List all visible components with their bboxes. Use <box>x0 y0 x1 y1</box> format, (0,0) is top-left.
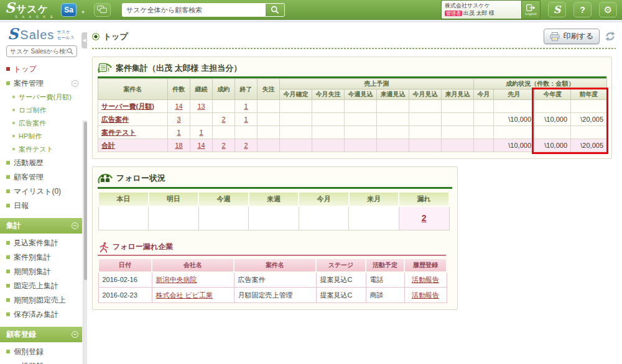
saaske-home-button[interactable]: S <box>548 2 566 17</box>
count-link[interactable]: 1 <box>244 102 248 110</box>
anken-link[interactable]: 案件テスト <box>101 129 136 136</box>
count-link[interactable]: 1 <box>199 129 203 136</box>
sidebar-item-katsudou[interactable]: 活動履歴 <box>0 156 87 170</box>
print-button[interactable]: 印刷する <box>544 29 600 44</box>
bullet-icon <box>12 122 15 124</box>
settings-button[interactable]: ⚙ <box>599 2 617 17</box>
chat-button[interactable] <box>94 3 111 17</box>
anken-link[interactable]: サーバー費(月額) <box>101 102 154 110</box>
bullet-icon <box>6 350 10 353</box>
table-row: 2 <box>98 206 449 230</box>
follow-miss-block: フォロー漏れ企業 日付 会社名 案件名 ステージ 活動予定 履歴登録 <box>98 240 452 304</box>
chat-bubbles-icon <box>97 6 107 14</box>
count-link[interactable]: 3 <box>177 116 180 123</box>
col-anken: 案件名 <box>234 258 316 272</box>
sidebar-item-kikanbetsu-kotei[interactable]: 期間別固定売上 <box>0 293 87 307</box>
global-search-button[interactable] <box>265 3 285 17</box>
sidebar-subitem-koukoku[interactable]: 広告案件 <box>0 117 87 130</box>
sidebar-item-kokyaku[interactable]: 顧客管理 <box>0 170 87 184</box>
sidebar-item-top[interactable]: トップ <box>0 62 87 76</box>
col-konnendo: 今年度 <box>535 89 571 100</box>
sidebar-item-label: HP制作 <box>19 132 42 141</box>
date-cell: 2016-02-23 <box>98 288 152 303</box>
sidebar-item-anken-kanri[interactable]: 案件管理 − <box>0 76 87 91</box>
col-company: 会社名 <box>152 258 234 272</box>
sidebar-scrollbar[interactable] <box>83 121 87 364</box>
sidebar-subitem-anken-test[interactable]: 案件テスト <box>0 143 87 156</box>
col-raigetsu-mikomi: 来月見込 <box>442 89 474 100</box>
scrollbar-thumb[interactable] <box>84 122 87 280</box>
global-search-input[interactable] <box>122 3 265 17</box>
sidebar-item-kotei-uriage[interactable]: 固定売上集計 <box>0 279 87 293</box>
collapse-minus-icon[interactable]: − <box>72 80 78 87</box>
sidebar-subitem-server-fee[interactable]: サーバー費(月額) <box>0 91 87 104</box>
sidebar-item-ankenbetsu-shukei[interactable]: 案件別集計 <box>0 250 87 265</box>
sidebar-search-input[interactable] <box>10 48 67 55</box>
total-link[interactable]: 合計 <box>101 142 115 149</box>
sidebar-subitem-hp[interactable]: HP制作 <box>0 130 87 143</box>
col-next-week: 来週 <box>249 192 299 206</box>
role-badge: 管理者 <box>445 11 462 16</box>
sidebar-item-mikomi-shukei[interactable]: 見込案件集計 <box>0 236 87 250</box>
col-plan: 活動予定 <box>366 258 404 272</box>
sa-app-badge[interactable]: Sa <box>61 3 77 17</box>
printer-icon <box>550 32 560 41</box>
sidebar-item-label: 固定売上集計 <box>14 281 58 291</box>
print-label: 印刷する <box>563 31 593 42</box>
logout-button[interactable]: Logout <box>522 0 541 19</box>
bullet-icon <box>12 96 15 98</box>
running-person-icon <box>98 242 109 253</box>
section-title: 集計 <box>6 221 21 231</box>
sidebar-section-shukei[interactable]: 集計 − <box>0 218 82 234</box>
sidebar-item-label: ロゴ制作 <box>19 106 47 115</box>
count-link[interactable]: 14 <box>197 142 205 149</box>
col-leak: 漏れ <box>399 192 449 206</box>
activity-report-link[interactable]: 活動報告 <box>412 276 439 283</box>
sidebar-item-label: 期間別固定売上 <box>14 295 66 306</box>
count-link[interactable]: 1 <box>244 116 248 123</box>
activity-report-link[interactable]: 活動報告 <box>412 291 439 299</box>
sidebar-item-nippou[interactable]: 日報 <box>0 199 87 213</box>
count-link[interactable]: 14 <box>175 102 182 110</box>
sidebar-item-ikkatsu-touroku[interactable]: 一括登録 <box>0 359 87 364</box>
sidebar-subitem-logo[interactable]: ロゴ制作 <box>0 104 87 117</box>
company-link[interactable]: 株式会社 ピピ工業 <box>156 291 213 299</box>
sidebar-collapse-tab[interactable]: ◀ <box>81 32 87 48</box>
sidebar-item-label: 日報 <box>14 201 29 211</box>
anken-link[interactable]: 広告案件 <box>101 116 129 123</box>
count-link[interactable]: 18 <box>175 142 182 149</box>
app-switcher-caret-icon[interactable]: ▼ <box>81 10 85 14</box>
help-button[interactable]: ? <box>573 2 592 17</box>
table-row: 2016-02-23 株式会社 ピピ工業 月額固定売上管理 提案見込C 商談 活… <box>98 288 447 303</box>
sidebar-item-mylist[interactable]: マイリスト(0) <box>0 184 87 199</box>
bullet-icon <box>12 135 15 137</box>
follow-people-icon <box>98 171 113 185</box>
sidebar-item-kikanbetsu-shukei[interactable]: 期間別集計 <box>0 265 87 279</box>
anken-summary-table: 案件名 件数 継続 成約 終了 失注 売上予測 成約状況（件数：金額） 今月確定… <box>98 78 607 152</box>
count-link[interactable]: 2 <box>244 142 248 149</box>
sidebar-item-label: 期間別集計 <box>14 266 51 277</box>
sidebar-item-kobetsu-touroku[interactable]: 個別登録 <box>0 345 87 359</box>
sidebar-item-label: 案件管理 <box>14 78 44 89</box>
sales-logo-sub1: サスケ <box>57 30 75 35</box>
sidebar-item-label: 一括登録 <box>14 361 44 364</box>
collapse-minus-icon[interactable]: − <box>72 331 78 338</box>
refresh-button[interactable] <box>605 31 616 42</box>
col-raishuu-mikomi: 来週見込 <box>377 89 409 100</box>
plan-cell: 商談 <box>366 288 404 303</box>
leak-count-link[interactable]: 2 <box>422 213 427 223</box>
company-link[interactable]: 新潟中央病院 <box>156 276 197 283</box>
anken-summary-panel: ! 案件集計（出茂 太郎様 主担当分） 案件名 件数 継続 <box>92 57 612 159</box>
bullet-icon <box>6 312 10 316</box>
collapse-minus-icon[interactable]: − <box>72 222 78 229</box>
count-link[interactable]: 2 <box>221 142 225 149</box>
sidebar-item-hozon-shukei[interactable]: 保存済み集計 <box>0 307 87 322</box>
saaske-logo: S サスケ S A A S K E <box>5 1 55 19</box>
count-link[interactable]: 2 <box>221 116 225 123</box>
count-link[interactable]: 1 <box>177 129 180 136</box>
count-link[interactable]: 13 <box>197 102 205 110</box>
sidebar-section-kokyaku-touroku[interactable]: 顧客登録 − <box>0 327 82 342</box>
gear-icon: ⚙ <box>604 4 612 16</box>
col-keizoku: 継続 <box>190 79 213 100</box>
bullet-icon <box>6 204 10 207</box>
